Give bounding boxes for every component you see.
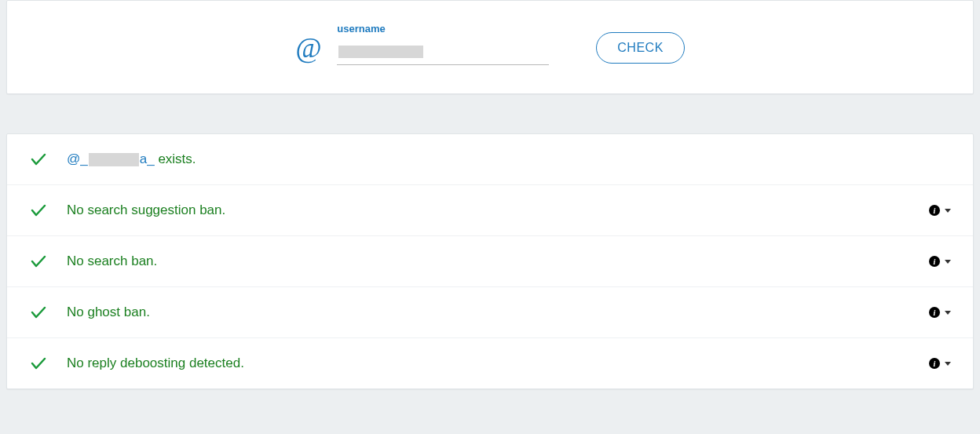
username-input[interactable] [337,39,549,65]
username-field-wrap: username [337,23,549,65]
info-icon: i [929,307,940,318]
check-icon [29,303,48,322]
result-message: No search ban. [67,253,157,269]
caret-down-icon [945,209,951,213]
caret-down-icon [945,311,951,315]
result-row-ghost-ban: No ghost ban. i [7,287,973,338]
exists-message: @_a_ exists. [67,151,196,167]
caret-down-icon [945,260,951,264]
result-row-search-suggestion: No search suggestion ban. i [7,185,973,236]
info-toggle[interactable]: i [929,358,951,369]
result-row-reply-deboost: No reply deboosting detected. i [7,338,973,388]
check-icon [29,150,48,169]
info-icon: i [929,205,940,216]
redacted-input-value [338,46,423,58]
check-icon [29,354,48,373]
check-icon [29,201,48,220]
username-label: username [337,23,549,35]
result-row-exists: @_a_ exists. [7,134,973,185]
at-symbol: @ [295,34,321,65]
result-message: No reply deboosting detected. [67,356,244,371]
info-toggle[interactable]: i [929,205,951,216]
info-icon: i [929,358,940,369]
caret-down-icon [945,362,951,366]
search-card: @ username CHECK [6,0,974,94]
redacted-username [89,153,139,166]
result-message: No ghost ban. [67,305,150,320]
results-card: @_a_ exists. No search suggestion ban. i… [6,133,974,389]
exists-user-link[interactable]: @_a_ [67,151,158,166]
info-toggle[interactable]: i [929,307,951,318]
check-button[interactable]: CHECK [596,32,685,64]
info-icon: i [929,256,940,267]
check-icon [29,252,48,271]
search-row: @ username CHECK [295,23,685,65]
info-toggle[interactable]: i [929,256,951,267]
result-message: No search suggestion ban. [67,202,225,218]
result-row-search-ban: No search ban. i [7,236,973,287]
